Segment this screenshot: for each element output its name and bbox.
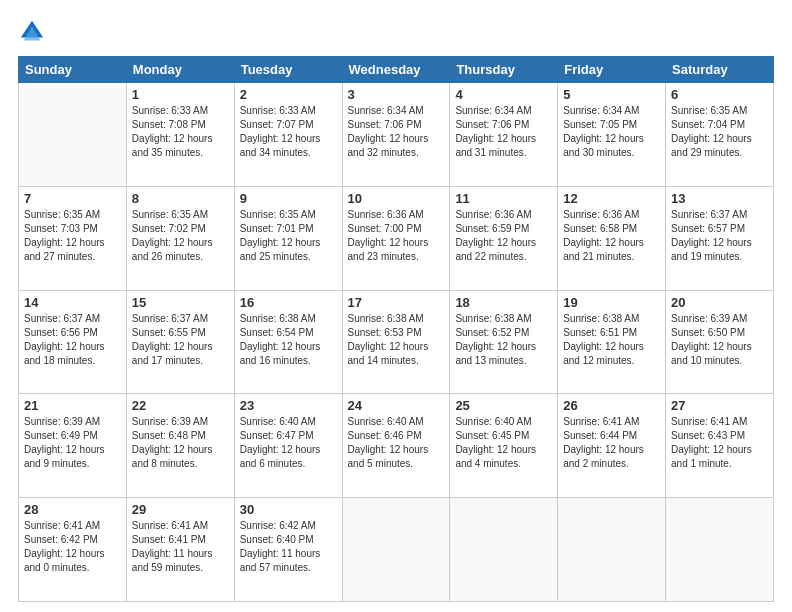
weekday-header: Sunday [19,57,127,83]
calendar-cell: 30Sunrise: 6:42 AM Sunset: 6:40 PM Dayli… [234,498,342,602]
day-info: Sunrise: 6:38 AM Sunset: 6:53 PM Dayligh… [348,312,445,368]
calendar-cell: 19Sunrise: 6:38 AM Sunset: 6:51 PM Dayli… [558,290,666,394]
page: SundayMondayTuesdayWednesdayThursdayFrid… [0,0,792,612]
header [18,18,774,46]
day-info: Sunrise: 6:37 AM Sunset: 6:55 PM Dayligh… [132,312,229,368]
day-info: Sunrise: 6:39 AM Sunset: 6:50 PM Dayligh… [671,312,768,368]
calendar-cell: 15Sunrise: 6:37 AM Sunset: 6:55 PM Dayli… [126,290,234,394]
day-number: 8 [132,191,229,206]
day-number: 2 [240,87,337,102]
calendar-cell: 12Sunrise: 6:36 AM Sunset: 6:58 PM Dayli… [558,186,666,290]
calendar-cell [558,498,666,602]
calendar-cell: 14Sunrise: 6:37 AM Sunset: 6:56 PM Dayli… [19,290,127,394]
calendar-cell: 22Sunrise: 6:39 AM Sunset: 6:48 PM Dayli… [126,394,234,498]
day-number: 28 [24,502,121,517]
day-info: Sunrise: 6:40 AM Sunset: 6:47 PM Dayligh… [240,415,337,471]
calendar-cell: 1Sunrise: 6:33 AM Sunset: 7:08 PM Daylig… [126,83,234,187]
day-info: Sunrise: 6:35 AM Sunset: 7:02 PM Dayligh… [132,208,229,264]
weekday-header: Friday [558,57,666,83]
calendar-cell: 7Sunrise: 6:35 AM Sunset: 7:03 PM Daylig… [19,186,127,290]
day-number: 5 [563,87,660,102]
calendar-cell: 11Sunrise: 6:36 AM Sunset: 6:59 PM Dayli… [450,186,558,290]
calendar-cell: 9Sunrise: 6:35 AM Sunset: 7:01 PM Daylig… [234,186,342,290]
day-info: Sunrise: 6:37 AM Sunset: 6:57 PM Dayligh… [671,208,768,264]
calendar-cell: 29Sunrise: 6:41 AM Sunset: 6:41 PM Dayli… [126,498,234,602]
calendar-cell: 20Sunrise: 6:39 AM Sunset: 6:50 PM Dayli… [666,290,774,394]
calendar-cell: 17Sunrise: 6:38 AM Sunset: 6:53 PM Dayli… [342,290,450,394]
day-info: Sunrise: 6:39 AM Sunset: 6:49 PM Dayligh… [24,415,121,471]
day-info: Sunrise: 6:33 AM Sunset: 7:08 PM Dayligh… [132,104,229,160]
logo-icon [18,18,46,46]
calendar-cell: 21Sunrise: 6:39 AM Sunset: 6:49 PM Dayli… [19,394,127,498]
day-number: 10 [348,191,445,206]
day-number: 22 [132,398,229,413]
weekday-header: Thursday [450,57,558,83]
calendar-cell: 3Sunrise: 6:34 AM Sunset: 7:06 PM Daylig… [342,83,450,187]
day-info: Sunrise: 6:35 AM Sunset: 7:01 PM Dayligh… [240,208,337,264]
calendar-cell: 18Sunrise: 6:38 AM Sunset: 6:52 PM Dayli… [450,290,558,394]
day-number: 17 [348,295,445,310]
calendar-cell [342,498,450,602]
calendar-cell: 8Sunrise: 6:35 AM Sunset: 7:02 PM Daylig… [126,186,234,290]
calendar-cell: 6Sunrise: 6:35 AM Sunset: 7:04 PM Daylig… [666,83,774,187]
day-number: 11 [455,191,552,206]
day-number: 15 [132,295,229,310]
calendar-cell: 2Sunrise: 6:33 AM Sunset: 7:07 PM Daylig… [234,83,342,187]
calendar-cell: 16Sunrise: 6:38 AM Sunset: 6:54 PM Dayli… [234,290,342,394]
day-info: Sunrise: 6:41 AM Sunset: 6:43 PM Dayligh… [671,415,768,471]
day-number: 1 [132,87,229,102]
calendar-cell [19,83,127,187]
day-number: 23 [240,398,337,413]
day-info: Sunrise: 6:41 AM Sunset: 6:41 PM Dayligh… [132,519,229,575]
day-info: Sunrise: 6:38 AM Sunset: 6:52 PM Dayligh… [455,312,552,368]
day-number: 29 [132,502,229,517]
day-info: Sunrise: 6:38 AM Sunset: 6:51 PM Dayligh… [563,312,660,368]
calendar-cell: 5Sunrise: 6:34 AM Sunset: 7:05 PM Daylig… [558,83,666,187]
day-number: 18 [455,295,552,310]
day-info: Sunrise: 6:39 AM Sunset: 6:48 PM Dayligh… [132,415,229,471]
day-info: Sunrise: 6:35 AM Sunset: 7:04 PM Dayligh… [671,104,768,160]
day-info: Sunrise: 6:36 AM Sunset: 7:00 PM Dayligh… [348,208,445,264]
calendar-body: 1Sunrise: 6:33 AM Sunset: 7:08 PM Daylig… [19,83,774,602]
calendar-cell: 25Sunrise: 6:40 AM Sunset: 6:45 PM Dayli… [450,394,558,498]
day-info: Sunrise: 6:35 AM Sunset: 7:03 PM Dayligh… [24,208,121,264]
day-number: 13 [671,191,768,206]
calendar-week-row: 1Sunrise: 6:33 AM Sunset: 7:08 PM Daylig… [19,83,774,187]
day-number: 30 [240,502,337,517]
day-number: 27 [671,398,768,413]
day-info: Sunrise: 6:37 AM Sunset: 6:56 PM Dayligh… [24,312,121,368]
calendar-week-row: 28Sunrise: 6:41 AM Sunset: 6:42 PM Dayli… [19,498,774,602]
calendar-header: SundayMondayTuesdayWednesdayThursdayFrid… [19,57,774,83]
logo [18,18,50,46]
weekday-row: SundayMondayTuesdayWednesdayThursdayFrid… [19,57,774,83]
day-number: 9 [240,191,337,206]
calendar-cell: 26Sunrise: 6:41 AM Sunset: 6:44 PM Dayli… [558,394,666,498]
calendar-cell: 13Sunrise: 6:37 AM Sunset: 6:57 PM Dayli… [666,186,774,290]
calendar-cell [450,498,558,602]
day-info: Sunrise: 6:34 AM Sunset: 7:06 PM Dayligh… [455,104,552,160]
day-number: 12 [563,191,660,206]
day-number: 25 [455,398,552,413]
calendar-cell: 23Sunrise: 6:40 AM Sunset: 6:47 PM Dayli… [234,394,342,498]
day-number: 14 [24,295,121,310]
day-info: Sunrise: 6:34 AM Sunset: 7:05 PM Dayligh… [563,104,660,160]
day-info: Sunrise: 6:41 AM Sunset: 6:42 PM Dayligh… [24,519,121,575]
day-number: 26 [563,398,660,413]
day-number: 24 [348,398,445,413]
calendar-week-row: 7Sunrise: 6:35 AM Sunset: 7:03 PM Daylig… [19,186,774,290]
day-number: 21 [24,398,121,413]
day-number: 6 [671,87,768,102]
day-info: Sunrise: 6:42 AM Sunset: 6:40 PM Dayligh… [240,519,337,575]
day-info: Sunrise: 6:36 AM Sunset: 6:59 PM Dayligh… [455,208,552,264]
day-info: Sunrise: 6:41 AM Sunset: 6:44 PM Dayligh… [563,415,660,471]
day-info: Sunrise: 6:40 AM Sunset: 6:46 PM Dayligh… [348,415,445,471]
day-number: 3 [348,87,445,102]
weekday-header: Tuesday [234,57,342,83]
calendar-cell: 28Sunrise: 6:41 AM Sunset: 6:42 PM Dayli… [19,498,127,602]
day-info: Sunrise: 6:34 AM Sunset: 7:06 PM Dayligh… [348,104,445,160]
day-number: 7 [24,191,121,206]
day-number: 20 [671,295,768,310]
calendar-cell: 4Sunrise: 6:34 AM Sunset: 7:06 PM Daylig… [450,83,558,187]
weekday-header: Monday [126,57,234,83]
day-info: Sunrise: 6:38 AM Sunset: 6:54 PM Dayligh… [240,312,337,368]
